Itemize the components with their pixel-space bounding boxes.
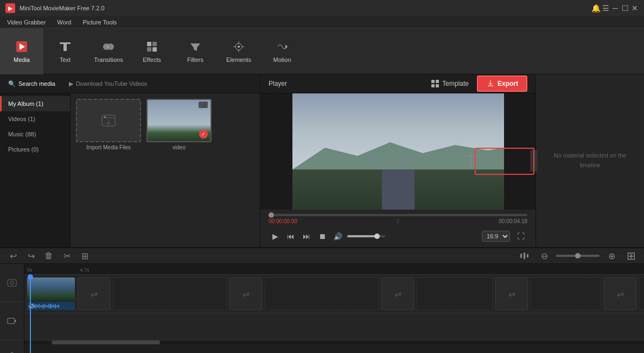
maximize-button[interactable]: ☐	[621, 4, 629, 12]
split-button[interactable]: ✂	[59, 248, 74, 263]
transition-slot-2[interactable]: ⇌	[229, 278, 262, 310]
delete-button[interactable]: 🗑	[41, 248, 56, 263]
transition-arrow-icon-3: ⇌	[394, 289, 401, 299]
toolbar-media[interactable]: Media	[0, 28, 43, 74]
app-title: MiniTool MovieMaker Free 7.2.0	[20, 5, 105, 11]
timeline-scrollbar-thumb[interactable]	[52, 341, 160, 344]
svg-rect-7	[147, 47, 151, 52]
timeline-ruler: 0s 4.7s	[24, 264, 644, 275]
time-separator: /	[397, 218, 399, 224]
bell-icon[interactable]: 🔔	[592, 4, 600, 12]
crop-button[interactable]: ⊞	[77, 248, 92, 263]
svg-rect-30	[8, 318, 15, 324]
add-media-button[interactable]: ⊞	[623, 248, 639, 263]
toolbar-effects-label: Effects	[143, 56, 161, 63]
sidebar-item-album[interactable]: My Album (1)	[0, 96, 70, 111]
prev-frame-button[interactable]: ⏮	[284, 230, 297, 243]
player-panel: Player Template Export	[260, 74, 535, 247]
export-button[interactable]: Export	[477, 75, 527, 92]
video-type-icon: 🎥	[199, 102, 208, 108]
playhead[interactable]	[30, 275, 31, 353]
transition-arrow-icon-4: ⇌	[508, 289, 515, 299]
empty-track-slot-4[interactable]	[531, 278, 601, 310]
search-media-tab[interactable]: 🔍 Search media	[5, 78, 58, 90]
sidebar-nav: My Album (1) Videos (1) Music (88) Pictu…	[0, 93, 71, 247]
toolbar-motion[interactable]: Motion	[260, 28, 304, 74]
youtube-icon: ▶	[69, 80, 73, 87]
video-media-label: video	[173, 144, 186, 150]
sidebar-item-music[interactable]: Music (88)	[0, 127, 70, 142]
import-media-thumb[interactable]	[76, 99, 141, 142]
svg-rect-8	[152, 47, 157, 52]
empty-track-slot-1[interactable]	[113, 278, 227, 310]
timeline-scrollbar[interactable]	[24, 340, 644, 344]
play-button[interactable]: ▶	[269, 230, 282, 243]
ruler-mark-1: 4.7s	[80, 267, 90, 273]
empty-track-slot-5[interactable]	[639, 278, 644, 310]
toolbar-elements[interactable]: Elements	[217, 28, 260, 74]
undo-button[interactable]: ↩	[5, 248, 21, 263]
transition-slot-3[interactable]: ⇌	[381, 278, 414, 310]
menu-video-grabber[interactable]: Video Grabber	[3, 18, 50, 27]
current-time: 00:00:00.00	[269, 218, 297, 224]
video-media-thumb[interactable]: 🎥 ✓	[146, 99, 212, 142]
close-button[interactable]: ✕	[631, 4, 639, 12]
volume-thumb[interactable]	[374, 234, 380, 239]
minimize-button[interactable]: ─	[611, 4, 619, 12]
timeline-video-clip[interactable]: 🔊	[27, 278, 75, 310]
menu-word[interactable]: Word	[53, 18, 75, 27]
playhead-head[interactable]	[28, 274, 33, 280]
video-media-item[interactable]: 🎥 ✓ video	[146, 99, 212, 150]
app-icon: ▶	[5, 3, 15, 13]
svg-rect-17	[104, 116, 106, 118]
sidebar-item-pictures[interactable]: Pictures (0)	[0, 142, 70, 157]
toolbar-transitions[interactable]: Transitions	[87, 28, 130, 74]
sidebar-item-videos[interactable]: Videos (1)	[0, 111, 70, 127]
hamburger-menu-icon[interactable]: ☰	[602, 4, 609, 12]
empty-track-slot-3[interactable]	[417, 278, 493, 310]
audio-mix-button[interactable]	[517, 248, 532, 263]
svg-point-10	[238, 46, 240, 48]
zoom-out-button[interactable]: ⊖	[537, 248, 552, 263]
svg-marker-15	[285, 45, 288, 49]
zoom-thumb[interactable]	[575, 253, 581, 259]
stop-button[interactable]: ⏹	[316, 230, 329, 243]
menu-picture-tools[interactable]: Picture Tools	[78, 18, 121, 27]
import-media-item[interactable]: Import Media Files	[76, 99, 141, 150]
svg-marker-31	[15, 319, 16, 323]
transition-arrow-icon-2: ⇌	[243, 289, 250, 299]
redo-button[interactable]: ↪	[23, 248, 39, 263]
ruler-mark-0: 0s	[27, 267, 33, 273]
video-preview	[292, 93, 504, 210]
aspect-ratio-select[interactable]: 16:9 9:16 4:3 1:1	[482, 231, 510, 242]
timeline-track-icons	[0, 264, 24, 353]
selected-checkmark: ✓	[199, 130, 208, 138]
player-seekbar-area: 00:00:00.00 / 00:00:04.18	[260, 210, 535, 227]
toolbar-effects[interactable]: Effects	[130, 28, 174, 74]
svg-rect-21	[436, 84, 439, 87]
seekbar-thumb[interactable]	[269, 212, 274, 218]
transition-arrow-icon-5: ⇌	[617, 289, 624, 299]
toolbar-text[interactable]: Text	[43, 28, 87, 74]
download-youtube-tab[interactable]: ▶ Download YouTube Videos	[66, 78, 150, 90]
timeline-video-track-icon	[0, 302, 24, 340]
empty-track-slot-2[interactable]	[265, 278, 379, 310]
next-frame-button[interactable]: ⏭	[300, 230, 313, 243]
seekbar-track[interactable]	[269, 214, 527, 216]
transition-slot-4[interactable]: ⇌	[495, 278, 528, 310]
volume-slider[interactable]	[347, 235, 385, 237]
transition-slot-5[interactable]: ⇌	[604, 278, 636, 310]
toolbar-filters[interactable]: Filters	[174, 28, 217, 74]
right-panel-toggle[interactable]: ›	[530, 150, 538, 172]
transition-slot-1[interactable]: ⇌	[78, 278, 110, 310]
zoom-in-button[interactable]: ⊕	[604, 248, 619, 263]
svg-point-4	[107, 43, 114, 50]
zoom-slider[interactable]	[556, 255, 600, 257]
left-panel: 🔍 Search media ▶ Download YouTube Videos…	[0, 74, 260, 247]
right-info-panel: No material selected on the timeline	[535, 74, 644, 247]
timeline-audio-track-icon	[0, 340, 24, 353]
template-button[interactable]: Template	[425, 77, 474, 90]
volume-icon[interactable]: 🔊	[331, 230, 345, 243]
fullscreen-button[interactable]: ⛶	[514, 230, 527, 243]
svg-rect-19	[436, 80, 439, 83]
